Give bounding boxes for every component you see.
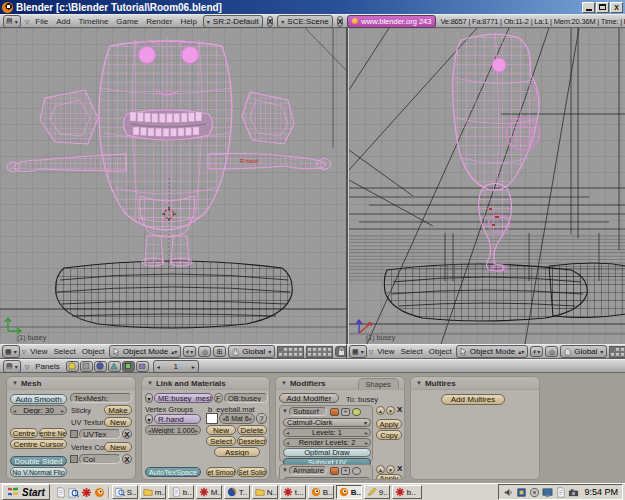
draw-type-button[interactable]: ◐▾ bbox=[530, 346, 543, 357]
menu-file[interactable]: File bbox=[33, 17, 50, 26]
col-field[interactable]: Col bbox=[79, 454, 121, 464]
scene-buttons-icon[interactable] bbox=[136, 361, 149, 372]
editing-buttons-icon[interactable] bbox=[122, 361, 135, 372]
task-button-5[interactable]: N.. bbox=[252, 485, 278, 499]
scene-delete-button[interactable]: X bbox=[337, 16, 344, 27]
task-button-9[interactable]: 9.. bbox=[364, 485, 390, 499]
task-button-7[interactable]: B.. bbox=[308, 485, 334, 499]
quicklaunch-doc-icon[interactable] bbox=[55, 487, 66, 498]
quicklaunch-blender-icon[interactable] bbox=[94, 487, 105, 498]
task-button-0[interactable]: S.. bbox=[112, 485, 138, 499]
layer-grid-1[interactable] bbox=[277, 346, 304, 358]
material-query-button[interactable]: ? bbox=[256, 413, 267, 424]
tray-display-icon[interactable] bbox=[542, 487, 553, 498]
collapse-triangle-icon[interactable]: ▽ bbox=[369, 348, 374, 355]
link-materials-panel-header[interactable]: ▼Link and Materials bbox=[142, 377, 269, 390]
viewport-front[interactable]: R.hand bbox=[0, 28, 347, 344]
levels-slider[interactable]: ◂Levels: 1▸ bbox=[283, 428, 371, 437]
orientation-dropdown[interactable]: Global▾ bbox=[560, 345, 607, 358]
scene-selector[interactable]: ▾SCE:Scene bbox=[277, 15, 332, 28]
vertex-group-field[interactable]: R.hand bbox=[154, 414, 201, 424]
viewport-side[interactable]: (1) busey bbox=[348, 28, 625, 344]
centre-cursor-button[interactable]: Centre Cursor bbox=[10, 439, 67, 449]
subsurf-type-dropdown[interactable]: Catmull-Clark▾ bbox=[283, 418, 371, 427]
double-sided-toggle[interactable]: Double Sided bbox=[10, 456, 67, 466]
shapes-tab[interactable]: Shapes bbox=[358, 378, 399, 389]
modifier-name-field[interactable]: Armature bbox=[289, 466, 327, 475]
menu-select[interactable]: Select bbox=[398, 347, 424, 356]
minimize-button[interactable] bbox=[582, 2, 595, 13]
render-toggle-icon[interactable] bbox=[330, 408, 339, 416]
orientation-dropdown[interactable]: Global▾ bbox=[228, 345, 275, 358]
set-solid-button[interactable]: Set Solid bbox=[237, 467, 267, 477]
tray-chip-icon[interactable] bbox=[516, 487, 527, 498]
col-swatch[interactable] bbox=[70, 455, 78, 463]
volume-icon[interactable] bbox=[503, 487, 514, 498]
collapse-triangle-icon[interactable]: ▽ bbox=[25, 18, 30, 25]
menu-select[interactable]: Select bbox=[51, 347, 77, 356]
buttons-page-stepper[interactable]: ◂1▸ bbox=[153, 360, 199, 373]
layer-grid-1[interactable] bbox=[609, 346, 625, 358]
window-type-button[interactable]: ▦▾ bbox=[349, 345, 367, 358]
centre-new-button[interactable]: Centre New bbox=[39, 428, 67, 438]
material-color-swatch[interactable] bbox=[206, 413, 218, 424]
task-button-4[interactable]: T.. bbox=[224, 485, 250, 499]
task-button-8-active[interactable]: B.. bbox=[336, 485, 362, 499]
quicklaunch-search-icon[interactable] bbox=[68, 487, 79, 498]
autotexspace-toggle[interactable]: AutoTexSpace bbox=[145, 467, 201, 477]
new-vertex-color-button[interactable]: New bbox=[104, 442, 132, 452]
screen-selector[interactable]: ▾SR:2-Default bbox=[203, 15, 263, 28]
start-button[interactable]: Start bbox=[2, 484, 50, 500]
task-button-1[interactable]: m.. bbox=[140, 485, 166, 499]
menu-help[interactable]: Help bbox=[178, 17, 198, 26]
subsurf-copy-button[interactable]: Copy bbox=[376, 430, 402, 440]
multires-panel-header[interactable]: ▼Multires bbox=[411, 377, 539, 390]
delete-uvtex-button[interactable]: X bbox=[122, 429, 132, 439]
new-material-button[interactable]: New bbox=[206, 425, 236, 435]
optimal-draw-toggle[interactable]: Optimal Draw bbox=[283, 448, 371, 457]
lock-button[interactable] bbox=[335, 346, 347, 357]
texmesh-field[interactable]: TexMesh: bbox=[70, 393, 132, 403]
mesh-panel-header[interactable]: ▼Mesh bbox=[7, 377, 135, 390]
mesh-datablock-field[interactable]: ME:busey_mesh bbox=[154, 393, 213, 403]
collapse-triangle-icon[interactable]: ▽ bbox=[22, 348, 27, 355]
modifiers-panel-header[interactable]: ▼ModifiersShapes bbox=[276, 377, 404, 390]
render-levels-slider[interactable]: ◂Render Levels: 2▸ bbox=[283, 438, 371, 447]
add-modifier-button[interactable]: Add Modifier bbox=[279, 393, 339, 403]
tray-ring-icon[interactable] bbox=[529, 487, 540, 498]
object-name-field[interactable]: OB:busey bbox=[224, 393, 268, 403]
subsurf-apply-button[interactable]: Apply bbox=[376, 419, 402, 429]
armature-object-field[interactable]: Ob: skeleton bbox=[283, 477, 371, 480]
me-browse-button[interactable]: ▾ bbox=[145, 393, 153, 403]
restore-button[interactable] bbox=[596, 2, 609, 13]
tray-app-icon[interactable] bbox=[555, 487, 566, 498]
taskbar-clock[interactable]: 9:54 PM bbox=[584, 487, 618, 497]
assign-button[interactable]: Assign bbox=[214, 447, 260, 457]
render-toggle-icon[interactable] bbox=[330, 467, 339, 475]
deselect-button[interactable]: Deselect bbox=[237, 436, 267, 446]
tray-camera-icon[interactable] bbox=[568, 487, 579, 498]
menu-timeline[interactable]: Timeline bbox=[76, 17, 110, 26]
menu-object[interactable]: Object bbox=[80, 347, 107, 356]
add-multires-button[interactable]: Add Multires bbox=[441, 394, 505, 405]
delete-modifier-button[interactable]: X bbox=[397, 405, 402, 414]
mode-dropdown[interactable]: Object Mode▴▾ bbox=[109, 345, 181, 358]
menu-add[interactable]: Add bbox=[54, 17, 72, 26]
window-type-button[interactable]: ▤▾ bbox=[3, 360, 21, 373]
mode-dropdown[interactable]: Object Mode▴▾ bbox=[456, 345, 528, 358]
layer-grid-2[interactable] bbox=[306, 346, 333, 358]
logic-buttons-icon[interactable] bbox=[66, 361, 79, 372]
material-index-stepper[interactable]: ◂6 Mat 6▸ bbox=[219, 413, 255, 424]
set-smooth-button[interactable]: Set Smooth bbox=[206, 467, 236, 477]
close-button[interactable]: X bbox=[610, 2, 623, 13]
delete-col-button[interactable]: X bbox=[122, 454, 132, 464]
weight-slider[interactable]: ◂Weight: 1.000▸ bbox=[145, 425, 201, 435]
blender-version-button[interactable]: www.blender.org 243 bbox=[347, 15, 436, 28]
editmode-toggle-icon[interactable] bbox=[352, 408, 361, 416]
menu-view[interactable]: View bbox=[375, 347, 396, 356]
realtime-toggle-icon[interactable]: + bbox=[341, 467, 350, 475]
select-button[interactable]: Select bbox=[206, 436, 236, 446]
screen-delete-button[interactable]: X bbox=[267, 16, 274, 27]
uvtex-field[interactable]: UVTex bbox=[79, 429, 121, 439]
collapse-triangle-icon[interactable]: ▼ bbox=[282, 408, 288, 414]
